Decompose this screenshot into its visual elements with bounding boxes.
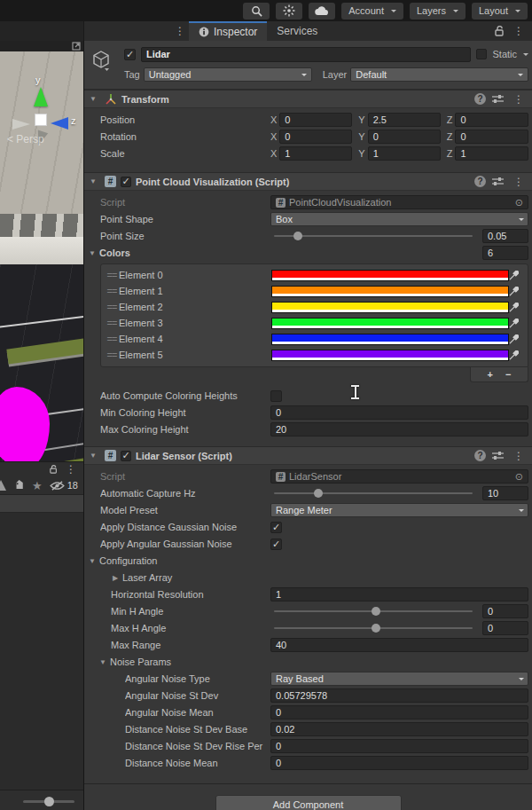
- scale-x-field[interactable]: 1: [279, 146, 352, 161]
- static-checkbox[interactable]: [476, 49, 487, 59]
- min-h-angle-slider[interactable]: [274, 610, 473, 612]
- maximize-icon[interactable]: [72, 42, 81, 51]
- max-coloring-field[interactable]: 20: [270, 422, 528, 436]
- capture-hz-value[interactable]: 10: [482, 486, 528, 500]
- color-swatch[interactable]: [271, 334, 509, 345]
- color-swatch[interactable]: [271, 286, 509, 297]
- static-dropdown-icon[interactable]: [523, 53, 528, 59]
- gizmo-x-axis[interactable]: [12, 119, 30, 130]
- gameobject-active-checkbox[interactable]: ✓: [124, 49, 136, 60]
- tab-services[interactable]: Services: [267, 21, 327, 41]
- search-button[interactable]: [243, 3, 270, 20]
- drag-handle-icon[interactable]: ==: [105, 334, 119, 344]
- horizontal-resolution-field[interactable]: 1: [270, 587, 528, 602]
- eyedropper-icon[interactable]: [509, 287, 524, 296]
- transform-header[interactable]: ▼ Transform ? ⋮: [84, 90, 532, 108]
- help-icon[interactable]: ?: [474, 450, 486, 461]
- position-y-field[interactable]: 2.5: [368, 113, 441, 127]
- lock-icon[interactable]: [50, 465, 58, 474]
- distance-noise-checkbox[interactable]: ✓: [270, 522, 282, 533]
- laser-array-foldout[interactable]: ▶ Laser Array: [84, 570, 532, 586]
- foldout-closed-icon[interactable]: ▶: [111, 574, 120, 582]
- position-x-field[interactable]: 0: [279, 113, 352, 127]
- rotation-y-field[interactable]: 0: [368, 130, 441, 144]
- color-swatch[interactable]: [271, 350, 509, 361]
- zoom-slider-thumb[interactable]: [44, 797, 54, 806]
- add-component-button[interactable]: Add Component: [215, 795, 402, 810]
- max-h-angle-slider[interactable]: [274, 627, 473, 629]
- angular-noise-checkbox[interactable]: ✓: [270, 539, 282, 550]
- layer-dropdown[interactable]: Default: [350, 67, 528, 82]
- foldout-open-icon[interactable]: ▼: [88, 557, 97, 565]
- foldout-open-icon[interactable]: ▼: [98, 658, 107, 666]
- max-h-angle-value[interactable]: 0: [482, 621, 528, 635]
- slider-thumb[interactable]: [372, 607, 380, 616]
- rotation-z-field[interactable]: 0: [455, 130, 528, 144]
- component-menu-icon[interactable]: ⋮: [510, 176, 528, 188]
- presets-icon[interactable]: [492, 451, 504, 460]
- star-icon[interactable]: ★: [32, 480, 43, 492]
- persp-label[interactable]: < Persp: [7, 133, 44, 145]
- color-swatch[interactable]: [271, 270, 509, 281]
- pcv-header[interactable]: ▼ # ✓ Point Cloud Visualization (Script)…: [84, 172, 532, 191]
- presets-icon[interactable]: [492, 94, 504, 104]
- color-swatch[interactable]: [271, 302, 509, 313]
- eyedropper-icon[interactable]: [509, 350, 524, 360]
- noise-params-foldout[interactable]: ▼ Noise Params: [84, 654, 532, 670]
- slider-thumb[interactable]: [372, 624, 380, 633]
- account-dropdown[interactable]: Account: [341, 3, 403, 20]
- scale-y-field[interactable]: 1: [368, 146, 441, 161]
- lock-icon[interactable]: [495, 26, 505, 36]
- pcv-script-field[interactable]: # PointCloudVisualization ⊙: [270, 195, 528, 209]
- gizmo-center-cube[interactable]: [35, 114, 47, 126]
- eyedropper-icon[interactable]: [509, 334, 524, 344]
- layout-dropdown[interactable]: Layout: [472, 3, 528, 20]
- eyedropper-icon[interactable]: [509, 271, 524, 280]
- object-picker-icon[interactable]: ⊙: [515, 197, 523, 208]
- lower-pane-menu-icon[interactable]: ⋮: [62, 463, 80, 476]
- eyedropper-icon[interactable]: [509, 318, 524, 328]
- shape-icon[interactable]: [0, 480, 6, 491]
- progress-activity-button[interactable]: [276, 3, 302, 20]
- angular-noise-stdev-field[interactable]: 0.05729578: [270, 688, 528, 703]
- remove-element-button[interactable]: −: [505, 369, 511, 380]
- inspector-menu-icon[interactable]: ⋮: [510, 25, 528, 37]
- distance-noise-mean-field[interactable]: 0: [270, 756, 528, 770]
- foldout-open-icon[interactable]: ▼: [89, 95, 98, 103]
- distance-noise-stdev-rise-field[interactable]: 0: [270, 739, 528, 753]
- gizmo-y-axis[interactable]: [34, 87, 48, 106]
- pcv-enabled-checkbox[interactable]: ✓: [121, 177, 131, 187]
- min-h-angle-value[interactable]: 0: [482, 604, 528, 618]
- pane-menu-icon[interactable]: ⋮: [171, 25, 189, 37]
- eye-off-icon[interactable]: [50, 480, 65, 492]
- rotation-x-field[interactable]: 0: [279, 130, 352, 144]
- colors-count-field[interactable]: 6: [482, 246, 528, 260]
- drag-handle-icon[interactable]: ==: [105, 302, 119, 312]
- component-menu-icon[interactable]: ⋮: [510, 93, 528, 106]
- capture-hz-slider[interactable]: [274, 492, 473, 494]
- distance-noise-stdev-base-field[interactable]: 0.02: [270, 722, 528, 736]
- slider-thumb[interactable]: [314, 489, 323, 498]
- component-menu-icon[interactable]: ⋮: [510, 450, 528, 462]
- add-element-button[interactable]: +: [488, 369, 493, 380]
- min-coloring-field[interactable]: 0: [270, 405, 528, 420]
- gameobject-cube-icon[interactable]: [91, 50, 111, 71]
- object-picker-icon[interactable]: ⊙: [515, 471, 523, 483]
- lidar-enabled-checkbox[interactable]: ✓: [121, 451, 131, 461]
- drag-handle-icon[interactable]: ==: [105, 350, 119, 360]
- point-size-value[interactable]: 0.05: [482, 229, 528, 243]
- configuration-foldout[interactable]: ▼ Configuration: [84, 553, 532, 569]
- max-range-field[interactable]: 40: [270, 638, 528, 652]
- lidar-header[interactable]: ▼ # ✓ Lidar Sensor (Script) ? ⋮: [84, 446, 532, 465]
- point-size-slider[interactable]: [274, 235, 473, 237]
- gizmo-z-axis[interactable]: [51, 117, 68, 130]
- foldout-open-icon[interactable]: ▼: [89, 452, 98, 460]
- foldout-open-icon[interactable]: ▼: [89, 177, 98, 185]
- foldout-open-icon[interactable]: ▼: [88, 249, 97, 257]
- color-swatch[interactable]: [271, 318, 509, 329]
- lidar-script-field[interactable]: # LidarSensor ⊙: [270, 469, 528, 484]
- tag-dropdown[interactable]: Untagged: [144, 67, 312, 82]
- point-shape-dropdown[interactable]: Box: [270, 212, 528, 226]
- zoom-slider[interactable]: [23, 800, 74, 803]
- tab-inspector[interactable]: Inspector: [189, 21, 267, 41]
